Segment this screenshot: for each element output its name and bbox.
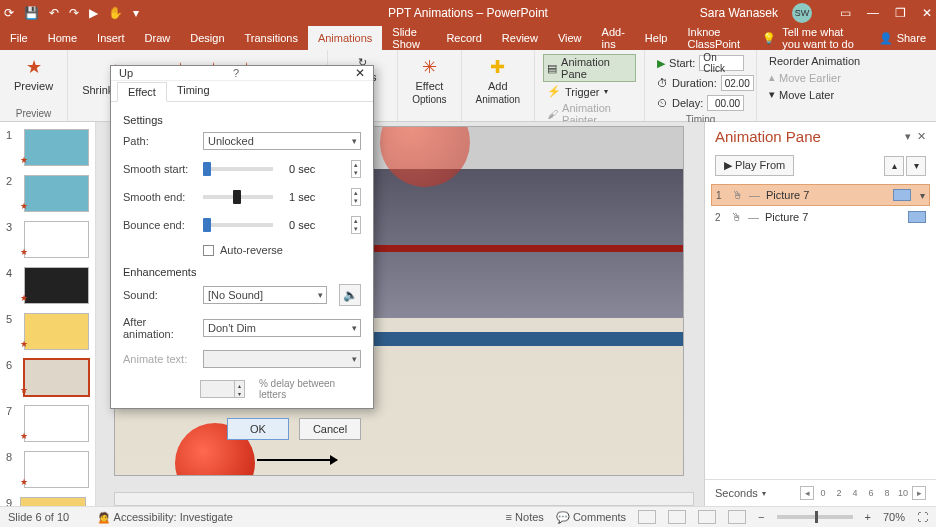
scroll-left-icon[interactable]: ◂ <box>800 486 814 500</box>
move-earlier-button[interactable]: ▴Move Earlier <box>765 70 869 85</box>
move-down-button[interactable]: ▾ <box>906 156 926 176</box>
sound-volume-button[interactable]: 🔈 <box>339 284 361 306</box>
slide-thumbnail[interactable]: 2★ <box>0 172 95 218</box>
slideshow-view-button[interactable] <box>728 510 746 524</box>
tab-insert[interactable]: Insert <box>87 26 135 50</box>
reading-view-button[interactable] <box>698 510 716 524</box>
start-timing-row: ▶Start:On Click <box>653 54 748 72</box>
ok-button[interactable]: OK <box>227 418 289 440</box>
after-animation-combobox[interactable]: Don't Dim▾ <box>203 319 361 337</box>
pane-close-icon[interactable]: ✕ <box>917 130 926 143</box>
preview-button[interactable]: ★ Preview <box>8 54 59 94</box>
horizontal-scrollbar[interactable] <box>114 492 694 506</box>
tab-help[interactable]: Help <box>635 26 678 50</box>
path-combobox[interactable]: Unlocked▾ <box>203 132 361 150</box>
user-avatar[interactable]: SW <box>792 3 812 23</box>
animation-item[interactable]: 2 🖱 — Picture 7 <box>711 206 930 228</box>
fit-to-window-icon[interactable]: ⛶ <box>917 511 928 523</box>
accessibility-status[interactable]: 🙍 Accessibility: Investigate <box>97 511 233 524</box>
minimize-icon[interactable]: — <box>867 6 879 20</box>
tab-addins[interactable]: Add-ins <box>592 26 635 50</box>
slide-thumbnail[interactable]: 5★ <box>0 310 95 356</box>
slide-thumbnail[interactable]: 9 <box>0 494 95 506</box>
tab-view[interactable]: View <box>548 26 592 50</box>
smooth-end-label: Smooth end: <box>123 191 195 203</box>
tab-record[interactable]: Record <box>436 26 491 50</box>
ribbon-display-options-icon[interactable]: ▭ <box>840 6 851 20</box>
save-icon[interactable]: 💾 <box>24 6 39 20</box>
tab-draw[interactable]: Draw <box>135 26 181 50</box>
play-from-button[interactable]: ▶ Play From <box>715 155 794 176</box>
restore-icon[interactable]: ❐ <box>895 6 906 20</box>
tab-home[interactable]: Home <box>38 26 87 50</box>
window-title: PPT Animations – PowerPoint <box>388 6 548 20</box>
scroll-right-icon[interactable]: ▸ <box>912 486 926 500</box>
effect-options-button[interactable]: ✳ Effect Options <box>406 54 452 107</box>
sound-combobox[interactable]: [No Sound]▾ <box>203 286 327 304</box>
start-from-beginning-icon[interactable]: ▶ <box>89 6 98 20</box>
tab-file[interactable]: File <box>0 26 38 50</box>
zoom-in-icon[interactable]: + <box>865 511 871 523</box>
trigger-button[interactable]: ⚡Trigger▾ <box>543 84 636 99</box>
dialog-close-icon[interactable]: ✕ <box>355 66 365 80</box>
item-menu-icon[interactable]: ▾ <box>920 190 925 201</box>
user-name[interactable]: Sara Wanasek <box>700 6 778 20</box>
tab-design[interactable]: Design <box>180 26 234 50</box>
slide-sorter-button[interactable] <box>668 510 686 524</box>
seconds-dropdown[interactable]: Seconds▾ <box>715 487 766 499</box>
touch-mode-icon[interactable]: ✋ <box>108 6 123 20</box>
undo-icon[interactable]: ↶ <box>49 6 59 20</box>
zoom-value[interactable]: 70% <box>883 511 905 523</box>
slide-thumbnail[interactable]: 4★ <box>0 264 95 310</box>
delay-letters-spinner: ▴▾ <box>200 380 245 398</box>
autosave-icon[interactable]: ⟳ <box>4 6 14 20</box>
zoom-slider[interactable] <box>777 515 853 519</box>
down-arrow-icon: ▾ <box>769 88 775 101</box>
bounce-end-slider[interactable] <box>203 223 273 227</box>
dialog-tab-timing[interactable]: Timing <box>167 81 220 101</box>
slide-thumbnail-panel[interactable]: 1★ 2★ 3★ 4★ 5★ 6★ 7★ 8★ 9 <box>0 122 96 506</box>
redo-icon[interactable]: ↷ <box>69 6 79 20</box>
zoom-out-icon[interactable]: − <box>758 511 764 523</box>
cancel-button[interactable]: Cancel <box>299 418 361 440</box>
add-animation-button[interactable]: ✚ Add Animation <box>470 54 526 107</box>
slide-counter[interactable]: Slide 6 of 10 <box>8 511 69 523</box>
smooth-end-slider[interactable] <box>203 195 273 199</box>
move-up-button[interactable]: ▴ <box>884 156 904 176</box>
slide-thumbnail[interactable]: 3★ <box>0 218 95 264</box>
tab-review[interactable]: Review <box>492 26 548 50</box>
tab-transitions[interactable]: Transitions <box>235 26 308 50</box>
bounce-end-spinner[interactable]: ▴▾ <box>351 216 361 234</box>
slide-thumbnail[interactable]: 7★ <box>0 402 95 448</box>
dialog-help-icon[interactable]: ? <box>233 67 239 79</box>
duration-input[interactable]: 02.00 <box>721 75 754 91</box>
smooth-end-spinner[interactable]: ▴▾ <box>351 188 361 206</box>
motion-path-arrow[interactable] <box>257 459 337 461</box>
tab-animations[interactable]: Animations <box>308 26 382 50</box>
speaker-icon: 🔈 <box>343 288 358 302</box>
animation-item[interactable]: 1 🖱 — Picture 7 ▾ <box>711 184 930 206</box>
comments-button[interactable]: 💬 Comments <box>556 511 626 524</box>
tell-me-search[interactable]: 💡Tell me what you want to do <box>752 26 868 50</box>
auto-reverse-checkbox[interactable] <box>203 245 214 256</box>
path-label: Path: <box>123 135 195 147</box>
animation-pane-button[interactable]: ▤Animation Pane <box>543 54 636 82</box>
qat-more-icon[interactable]: ▾ <box>133 6 139 20</box>
pane-dropdown-icon[interactable]: ▾ <box>905 130 911 143</box>
notes-button[interactable]: ≡ Notes <box>506 511 544 523</box>
share-button[interactable]: 👤Share <box>869 26 936 50</box>
advanced-animation-group: ▤Animation Pane ⚡Trigger▾ 🖌Animation Pai… <box>535 50 645 121</box>
smooth-start-slider[interactable] <box>203 167 273 171</box>
slide-thumbnail[interactable]: 1★ <box>0 126 95 172</box>
delay-input[interactable]: 00.00 <box>707 95 744 111</box>
tab-inknoe-classpoint[interactable]: Inknoe ClassPoint <box>677 26 752 50</box>
start-dropdown[interactable]: On Click <box>699 55 744 71</box>
normal-view-button[interactable] <box>638 510 656 524</box>
close-icon[interactable]: ✕ <box>922 6 932 20</box>
dialog-tab-effect[interactable]: Effect <box>117 82 167 102</box>
tab-slideshow[interactable]: Slide Show <box>382 26 436 50</box>
slide-thumbnail[interactable]: 6★ <box>0 356 95 402</box>
slide-thumbnail[interactable]: 8★ <box>0 448 95 494</box>
move-later-button[interactable]: ▾Move Later <box>765 87 869 102</box>
smooth-start-spinner[interactable]: ▴▾ <box>351 160 361 178</box>
